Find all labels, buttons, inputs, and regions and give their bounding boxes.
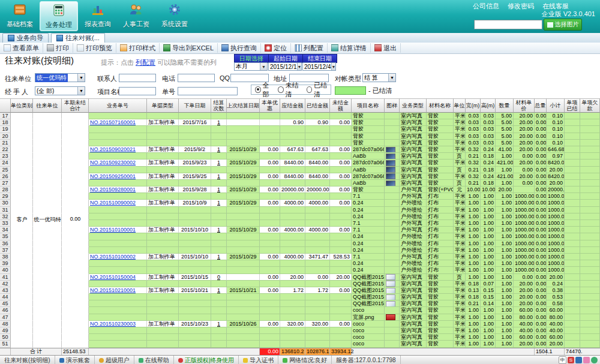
status-import-cert[interactable]: 导入证书 bbox=[239, 356, 278, 364]
column-header-7[interactable]: 结算 次数 bbox=[211, 98, 227, 113]
toolbar-button-4[interactable]: 导出到EXCEL bbox=[160, 43, 218, 53]
end-date-select[interactable]: 2015/12/4▼ bbox=[302, 62, 336, 71]
nav-hr-payroll[interactable]: 人事工资 bbox=[118, 1, 155, 30]
column-header-19[interactable]: 高(m) bbox=[481, 98, 496, 113]
radio-settled[interactable]: 已结清 bbox=[307, 81, 331, 99]
nav-reports[interactable]: 报表查询 bbox=[79, 1, 116, 30]
project-input[interactable] bbox=[119, 87, 156, 95]
date-mode-header[interactable]: 日期选择 bbox=[234, 54, 269, 63]
column-header-21[interactable]: 材料单价 bbox=[514, 98, 535, 113]
handler-select[interactable]: (全 部) ▼ bbox=[35, 86, 85, 95]
tab-reconciliation[interactable]: 往来对账(... bbox=[51, 33, 105, 43]
column-header-11[interactable]: 已结金额 bbox=[305, 98, 330, 113]
toolbar-button-9[interactable]: 退出 bbox=[371, 43, 401, 53]
company-info-link[interactable]: 公司信息 bbox=[473, 2, 499, 11]
sogou-icon[interactable]: S bbox=[568, 357, 574, 363]
column-header-15[interactable]: 业务类型 bbox=[400, 98, 427, 113]
chevron-down-icon[interactable]: ▼ bbox=[260, 63, 267, 70]
column-header-4[interactable]: 业务单号 bbox=[89, 98, 147, 113]
order-no-input[interactable] bbox=[178, 87, 238, 95]
select-image-button[interactable]: 选择图片 bbox=[544, 19, 582, 31]
cell-order[interactable]: NO.201509250001 bbox=[89, 173, 147, 180]
cell-times[interactable]: 1 bbox=[211, 321, 227, 327]
status-online-help[interactable]: 在线帮助 bbox=[134, 356, 174, 364]
end-date-header[interactable]: 结束日期 bbox=[302, 54, 337, 63]
chevron-down-icon[interactable]: ▼ bbox=[388, 74, 395, 82]
cell-order[interactable]: NO.201510100001 bbox=[89, 227, 147, 233]
radio-unsettled[interactable]: 未结清 bbox=[278, 81, 302, 99]
column-header-13[interactable]: 项目名称 bbox=[352, 98, 385, 113]
period-select[interactable]: 本月▼ bbox=[234, 62, 268, 71]
toolbar-button-0[interactable]: 查看原单 bbox=[0, 43, 43, 53]
phone-input[interactable] bbox=[178, 74, 215, 82]
column-header-16[interactable]: 材料名称 bbox=[427, 98, 454, 113]
toolbar-button-8[interactable]: 结算详情 bbox=[328, 43, 371, 53]
column-header-18[interactable]: 宽(m) bbox=[466, 98, 481, 113]
toolbar-button-3[interactable]: 打印样式 bbox=[116, 43, 160, 53]
toolbar-button-5[interactable]: 执行查询 bbox=[218, 43, 261, 53]
cell-order[interactable]: NO.201510230003 bbox=[89, 321, 147, 327]
chevron-down-icon[interactable]: ▼ bbox=[331, 63, 336, 70]
column-header-23[interactable]: 小计 bbox=[547, 98, 565, 113]
column-header-20[interactable]: 数量 bbox=[496, 98, 514, 113]
radio-all[interactable]: 全部 bbox=[255, 81, 274, 99]
cell-order[interactable]: NO.201510090002 bbox=[89, 200, 147, 206]
cell-times[interactable]: 1 bbox=[211, 119, 227, 126]
nav-basic-archive[interactable]: 基础档案 bbox=[1, 1, 38, 30]
cell-order[interactable]: NO.201510150004 bbox=[89, 274, 147, 281]
start-date-header[interactable]: 起始日期 bbox=[268, 54, 303, 63]
unit-select[interactable]: 统一优玛特 ▼ bbox=[35, 73, 85, 82]
change-password-link[interactable]: 修改密码 bbox=[508, 2, 534, 11]
toolbar-button-2[interactable]: 打印预览 bbox=[73, 43, 116, 53]
toolbar-button-6[interactable]: 定位 bbox=[261, 43, 291, 53]
keyboard-icon[interactable] bbox=[575, 357, 582, 363]
chevron-down-icon[interactable]: ▼ bbox=[297, 63, 302, 70]
column-header-6[interactable]: 下单日期 bbox=[179, 98, 211, 113]
column-header-24[interactable]: 单项已结 bbox=[565, 98, 580, 113]
column-header-8[interactable]: 上次结算日期 bbox=[227, 98, 260, 113]
cell-times[interactable]: 1 bbox=[211, 254, 227, 260]
column-header-17[interactable]: 单位 bbox=[454, 98, 466, 113]
column-header-12[interactable]: 未结金额 bbox=[330, 98, 352, 113]
table-row: 26NO.201509250001加工制作单2015/9/2512015/10/… bbox=[0, 173, 600, 180]
cell-times[interactable]: 1 bbox=[211, 186, 227, 193]
column-header-10[interactable]: 应结金额 bbox=[280, 98, 305, 113]
tab-business-wizard[interactable]: 业务向导 bbox=[2, 33, 49, 43]
column-header-9[interactable]: 本单优惠 bbox=[260, 98, 280, 113]
nav-system-settings[interactable]: 系统设置 bbox=[156, 1, 193, 30]
column-header-0[interactable] bbox=[0, 98, 11, 113]
cell-times[interactable]: 1 bbox=[211, 160, 227, 166]
cell-order[interactable]: NO.201509280001 bbox=[89, 186, 147, 193]
nav-business-processing[interactable]: 业务处理 bbox=[40, 1, 78, 31]
chevron-down-icon[interactable]: ▼ bbox=[77, 87, 85, 95]
cell-times[interactable]: 1 bbox=[211, 173, 227, 180]
contact-input[interactable] bbox=[119, 74, 156, 82]
messenger-icon[interactable] bbox=[583, 357, 590, 363]
cell-order[interactable]: NO.201510100002 bbox=[89, 254, 147, 260]
column-config-link[interactable]: 列配置 bbox=[136, 59, 155, 66]
cell-times[interactable]: 1 bbox=[211, 200, 227, 206]
column-header-25[interactable]: 单项欠款 bbox=[580, 98, 600, 113]
cell-times[interactable]: 1 bbox=[211, 287, 227, 294]
column-header-1[interactable]: 单位类别 bbox=[11, 98, 33, 113]
cell-times[interactable]: 1 bbox=[211, 227, 227, 233]
column-header-3[interactable]: 本期未结 合计 bbox=[62, 98, 89, 113]
image-search-input[interactable] bbox=[474, 20, 542, 29]
cell-order[interactable]: NO.201510210001 bbox=[89, 287, 147, 294]
column-header-14[interactable]: 图样 bbox=[385, 98, 400, 113]
cell-times[interactable]: 1 bbox=[211, 146, 227, 153]
chinese-input-icon[interactable]: 中 bbox=[559, 356, 566, 364]
column-header-22[interactable]: 总量 bbox=[535, 98, 547, 113]
security-icon[interactable] bbox=[591, 357, 598, 363]
toolbar-button-1[interactable]: 打印 bbox=[43, 43, 73, 53]
cell-times[interactable]: 0 bbox=[211, 274, 227, 281]
toolbar-button-7[interactable]: 列配置 bbox=[291, 43, 328, 53]
column-header-2[interactable]: 往来单位 bbox=[33, 98, 62, 113]
start-date-select[interactable]: 2015/12/1▼ bbox=[268, 62, 302, 71]
account-type-select[interactable]: 结 算 ▼ bbox=[362, 73, 396, 82]
cell-order[interactable]: NO.201509230002 bbox=[89, 160, 147, 166]
column-header-5[interactable]: 单据类型 bbox=[147, 98, 179, 113]
chevron-down-icon[interactable]: ▼ bbox=[77, 74, 85, 82]
cell-order[interactable]: NO.201507160001 bbox=[89, 119, 147, 126]
cell-order[interactable]: NO.201509020021 bbox=[89, 146, 147, 153]
